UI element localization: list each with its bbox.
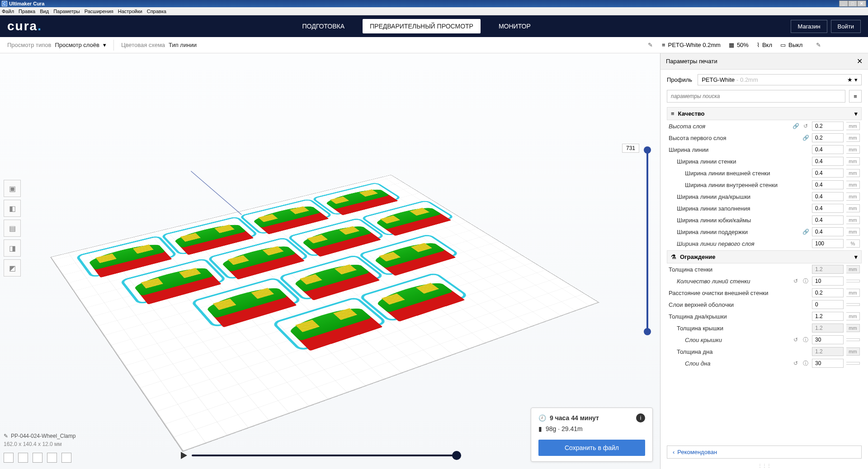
arrange-icon[interactable]	[18, 453, 28, 463]
xray-view-icon[interactable]: ◧	[4, 200, 21, 217]
category-walls[interactable]: Ограждение	[680, 253, 715, 260]
pencil-icon: ✎	[4, 433, 8, 439]
setting-input[interactable]	[812, 133, 844, 142]
recommended-button[interactable]: ‹Рекомендован	[667, 446, 862, 459]
setting-input[interactable]	[812, 239, 844, 248]
link-icon[interactable]: 🔗	[802, 135, 809, 141]
info-icon[interactable]: ⓘ	[802, 336, 809, 344]
setting-input[interactable]	[812, 180, 844, 189]
setting-input[interactable]	[812, 227, 844, 236]
link-icon[interactable]: 🔗	[792, 123, 799, 129]
setting-input[interactable]	[812, 192, 844, 201]
view-5-icon[interactable]: ◩	[4, 259, 21, 277]
view-icon-1[interactable]	[33, 453, 42, 463]
setting-input[interactable]	[812, 335, 844, 344]
settings-list[interactable]: ≡Качество▾ Высота слоя🔗↺mm Высота первог…	[660, 106, 868, 442]
unit: mm	[846, 134, 860, 142]
setting-input[interactable]	[812, 204, 844, 213]
model-instance[interactable]	[283, 302, 386, 353]
unit: mm	[846, 192, 860, 201]
profile-dim: - 0.2mm	[736, 76, 758, 83]
profile-label: Профиль	[667, 76, 692, 83]
menu-view[interactable]: Вид	[40, 9, 49, 14]
nav-prepare[interactable]: ПОДГОТОВКА	[295, 19, 352, 33]
close-window-button[interactable]: ✕	[857, 0, 866, 7]
model-info: ✎PP-044-024-Wheel_Clamp 162.0 x 140.4 x …	[4, 433, 75, 463]
layer-top-handle[interactable]	[644, 146, 651, 154]
setting-input[interactable]	[812, 145, 844, 154]
layer-view-icon[interactable]: ▤	[4, 220, 21, 237]
menu-help[interactable]: Справка	[147, 9, 166, 14]
info-icon[interactable]: ⓘ	[802, 277, 809, 285]
model-instance[interactable]	[370, 278, 468, 324]
model-instance[interactable]	[368, 239, 458, 278]
setting-input[interactable]	[812, 157, 844, 166]
menu-params[interactable]: Параметры	[53, 9, 80, 14]
reset-icon[interactable]: ↺	[802, 123, 809, 129]
reset-icon[interactable]: ↺	[792, 278, 799, 284]
setting-input[interactable]	[812, 324, 844, 333]
view-icon-2[interactable]	[47, 453, 57, 463]
simulation-track[interactable]	[192, 455, 461, 456]
color-scheme-dropdown[interactable]: Тип линии	[169, 42, 197, 48]
model-instance[interactable]	[370, 204, 454, 238]
save-to-file-button[interactable]: Сохранить в файл	[538, 440, 645, 456]
menu-edit[interactable]: Правка	[19, 9, 35, 14]
info-icon[interactable]: ⓘ	[802, 360, 809, 367]
menu-extensions[interactable]: Расширения	[85, 9, 113, 14]
edit-icon[interactable]: ✎	[648, 42, 653, 48]
profile-dropdown[interactable]: PETG-White - 0.2mm ★ ▾	[698, 74, 862, 85]
setting-input[interactable]	[812, 265, 844, 274]
settings-search-input[interactable]	[667, 90, 845, 103]
setting-input[interactable]	[812, 169, 844, 178]
material-profile[interactable]: PETG-White 0.2mm	[668, 42, 721, 48]
layer-bottom-handle[interactable]	[644, 328, 651, 335]
simulation-handle[interactable]	[452, 451, 461, 460]
view-icon-3[interactable]	[61, 453, 71, 463]
setting-input[interactable]	[812, 347, 844, 356]
menu-file[interactable]: Файл	[2, 9, 14, 14]
unit: mm	[846, 169, 860, 177]
layer-value-tooltip: 731	[622, 144, 639, 153]
setting-input[interactable]	[812, 359, 844, 368]
setting-input[interactable]	[812, 122, 844, 131]
quality-icon: ≡	[671, 110, 675, 117]
menu-settings[interactable]: Настройки	[118, 9, 142, 14]
setting-input[interactable]	[812, 288, 844, 297]
setting-input[interactable]	[812, 312, 844, 321]
link-icon[interactable]: 🔗	[802, 229, 809, 235]
edit-settings-icon[interactable]: ✎	[816, 42, 821, 48]
setting-input[interactable]	[812, 300, 844, 309]
setting-label: Высота первого слоя	[669, 135, 799, 141]
3d-viewport[interactable]: ▣ ◧ ▤ ◨ ◩ ✎PP-044-024-Wheel_Clamp 162.0 …	[0, 53, 660, 469]
info-icon[interactable]: i	[636, 413, 645, 422]
print-settings-panel: Параметры печати ✕ Профиль PETG-White - …	[660, 53, 868, 469]
cube-icon[interactable]	[4, 453, 14, 463]
setting-label: Слои крышки	[669, 337, 789, 343]
marketplace-button[interactable]: Магазин	[791, 20, 827, 33]
chevron-down-icon: ▾	[103, 42, 106, 48]
model-name[interactable]: PP-044-024-Wheel_Clamp	[11, 433, 75, 439]
nav-monitor[interactable]: МОНИТОР	[491, 19, 538, 33]
reset-icon[interactable]: ↺	[792, 360, 799, 366]
reset-icon[interactable]: ↺	[792, 337, 799, 343]
settings-menu-icon[interactable]: ≡	[849, 90, 862, 103]
view-type-dropdown[interactable]: Просмотр слоёв	[55, 42, 99, 48]
solid-view-icon[interactable]: ▣	[4, 180, 21, 197]
minimize-button[interactable]: _	[839, 0, 848, 7]
close-icon[interactable]: ✕	[857, 57, 863, 66]
simulation-slider	[181, 451, 461, 460]
setting-input[interactable]	[812, 216, 844, 225]
view-4-icon[interactable]: ◨	[4, 239, 21, 257]
layer-track[interactable]	[646, 148, 648, 333]
play-button[interactable]	[181, 452, 187, 459]
setting-label: Высота слоя	[669, 123, 789, 130]
resize-grip[interactable]: ⋮⋮⋮	[660, 462, 868, 469]
setting-input[interactable]	[812, 277, 844, 286]
category-quality[interactable]: Качество	[678, 110, 705, 117]
login-button[interactable]: Войти	[831, 20, 861, 33]
nav-preview[interactable]: ПРЕДВАРИТЕЛЬНЫЙ ПРОСМОТР	[363, 19, 481, 33]
support-value: Вкл	[762, 42, 772, 48]
material-usage: 98g · 29.41m	[546, 425, 583, 432]
maximize-button[interactable]: □	[848, 0, 857, 7]
